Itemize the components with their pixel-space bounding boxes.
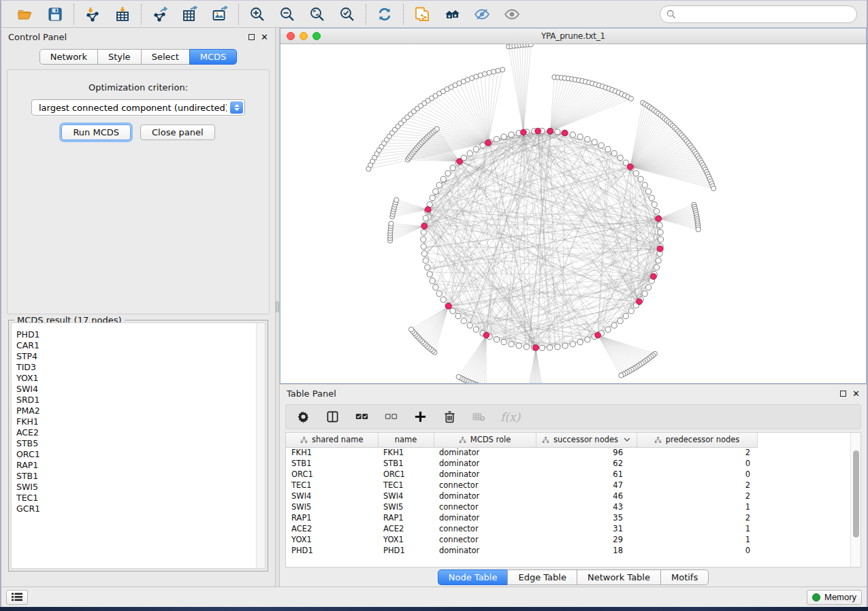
refresh-layout-button[interactable] xyxy=(376,5,393,23)
zoom-out-button[interactable] xyxy=(278,5,296,23)
tab-motifs[interactable]: Motifs xyxy=(660,569,709,585)
table-row[interactable]: FKH1FKH1dominator962 xyxy=(286,447,757,458)
add-column-button[interactable] xyxy=(413,410,428,425)
houses-icon xyxy=(444,6,460,22)
zoom-selected-button[interactable] xyxy=(338,5,356,23)
column-header-successor-nodes[interactable]: successor nodes xyxy=(536,433,637,447)
graph-node xyxy=(562,343,568,348)
show-all-button[interactable] xyxy=(503,5,521,23)
table-row[interactable]: TEC1TEC1connector472 xyxy=(286,480,757,491)
graph-node xyxy=(528,44,533,47)
table-row[interactable]: SWI5SWI5connector431 xyxy=(286,501,757,512)
mcds-result-item[interactable]: ORC1 xyxy=(16,449,265,460)
window-maximize-icon[interactable] xyxy=(312,32,321,40)
splitter-handle-icon[interactable] xyxy=(276,301,279,312)
delete-table-button[interactable] xyxy=(471,410,486,425)
mcds-result-item[interactable]: TID3 xyxy=(16,362,265,373)
mcds-result-item[interactable]: STB5 xyxy=(16,438,265,449)
tab-node-table[interactable]: Node Table xyxy=(438,569,509,585)
search-input[interactable] xyxy=(680,8,850,20)
mcds-result-item[interactable]: SRD1 xyxy=(16,395,265,406)
network-snapshot-button[interactable] xyxy=(413,5,431,23)
mcds-result-scrollbar[interactable] xyxy=(256,323,265,568)
table-row[interactable]: YOX1YOX1connector291 xyxy=(286,534,757,545)
table-row[interactable]: ORC1ORC1dominator610 xyxy=(286,469,757,480)
zoom-fit-button[interactable] xyxy=(308,5,326,23)
tab-edge-table[interactable]: Edge Table xyxy=(507,569,577,585)
table-settings-button[interactable] xyxy=(295,410,310,425)
save-session-button[interactable] xyxy=(46,5,64,23)
mcds-result-item[interactable]: STB1 xyxy=(16,471,265,482)
show-columns-button[interactable] xyxy=(325,410,340,425)
mcds-result-item[interactable]: PHD1 xyxy=(16,329,265,340)
table-row[interactable]: SWI4SWI4dominator462 xyxy=(286,491,757,501)
hide-selected-button[interactable] xyxy=(473,5,491,23)
import-network-button[interactable] xyxy=(84,5,101,23)
unselect-all-button[interactable] xyxy=(383,410,398,425)
float-panel-icon[interactable] xyxy=(248,34,255,40)
close-table-panel-icon[interactable]: ✕ xyxy=(852,391,860,397)
graph-node xyxy=(473,327,479,332)
export-image-button[interactable] xyxy=(211,5,229,23)
graph-node xyxy=(496,68,500,73)
column-header-shared-name[interactable]: shared name xyxy=(286,433,378,447)
graph-hub-node xyxy=(483,332,489,338)
window-minimize-icon[interactable] xyxy=(300,32,308,40)
cell-shared_name: ORC1 xyxy=(286,469,378,480)
mcds-result-item[interactable]: PMA2 xyxy=(16,406,265,416)
table-scrollbar-thumb[interactable] xyxy=(853,450,859,538)
control-panel-title: Control Panel xyxy=(8,32,67,42)
graph-node xyxy=(652,202,657,208)
table-row[interactable]: RAP1RAP1dominator352 xyxy=(286,512,757,523)
open-file-button[interactable] xyxy=(16,5,34,23)
table-scrollbar[interactable] xyxy=(850,433,861,567)
import-table-button[interactable] xyxy=(114,5,131,23)
tab-style[interactable]: Style xyxy=(97,49,142,65)
column-header-MCDS-role[interactable]: MCDS role xyxy=(434,433,536,447)
optimization-criterion-select[interactable]: largest connected component (undirected) xyxy=(31,99,245,116)
mcds-result-item[interactable]: CAR1 xyxy=(16,340,265,351)
network-graph[interactable] xyxy=(280,44,866,383)
export-table-icon xyxy=(182,6,198,22)
network-canvas[interactable] xyxy=(280,44,866,383)
mcds-result-item[interactable]: FKH1 xyxy=(16,416,265,427)
mcds-result-item[interactable]: YOX1 xyxy=(16,373,265,384)
tab-network-table[interactable]: Network Table xyxy=(577,569,661,585)
column-header-name[interactable]: name xyxy=(378,433,434,447)
export-table-button[interactable] xyxy=(181,5,199,23)
close-panel-icon[interactable]: ✕ xyxy=(261,34,268,40)
graph-node xyxy=(516,343,521,348)
table-row[interactable]: PHD1PHD1dominator180 xyxy=(286,545,757,556)
table-row[interactable]: ACE2ACE2connector311 xyxy=(286,523,757,534)
mcds-result-item[interactable]: SWI5 xyxy=(16,482,265,493)
column-type-icon xyxy=(542,436,549,444)
tab-mcds[interactable]: MCDS xyxy=(189,49,238,65)
graph-hub-node xyxy=(521,129,527,135)
function-builder-button[interactable]: f(x) xyxy=(500,410,520,424)
column-header-predecessor-nodes[interactable]: predecessor nodes xyxy=(637,433,757,447)
close-panel-button[interactable]: Close panel xyxy=(140,125,215,140)
task-history-button[interactable] xyxy=(6,590,28,605)
mcds-result-item[interactable]: STP4 xyxy=(16,351,265,362)
first-neighbors-button[interactable] xyxy=(443,5,461,23)
run-mcds-button[interactable]: Run MCDS xyxy=(61,125,131,140)
zoom-in-button[interactable] xyxy=(248,5,266,23)
export-network-button[interactable] xyxy=(151,5,169,23)
node-table: shared namenameMCDS rolesuccessor nodesp… xyxy=(286,433,758,556)
delete-column-button[interactable] xyxy=(442,410,457,425)
mcds-result-item[interactable]: SWI4 xyxy=(16,384,265,395)
table-row[interactable]: STB1STB1dominator620 xyxy=(286,458,757,469)
panel-splitter[interactable] xyxy=(275,28,280,587)
mcds-result-item[interactable]: RAP1 xyxy=(16,460,265,471)
tab-network[interactable]: Network xyxy=(39,49,98,65)
memory-button[interactable]: Memory xyxy=(807,590,862,605)
tab-select[interactable]: Select xyxy=(141,49,190,65)
cell-mcds_role: connector xyxy=(434,501,536,512)
zoom-selected-icon xyxy=(339,6,355,22)
select-all-button[interactable] xyxy=(354,410,369,425)
mcds-result-item[interactable]: ACE2 xyxy=(16,427,265,438)
mcds-result-item[interactable]: TEC1 xyxy=(16,493,265,503)
float-table-panel-icon[interactable] xyxy=(840,391,846,397)
mcds-result-item[interactable]: GCR1 xyxy=(16,503,265,514)
window-close-icon[interactable] xyxy=(287,32,295,40)
